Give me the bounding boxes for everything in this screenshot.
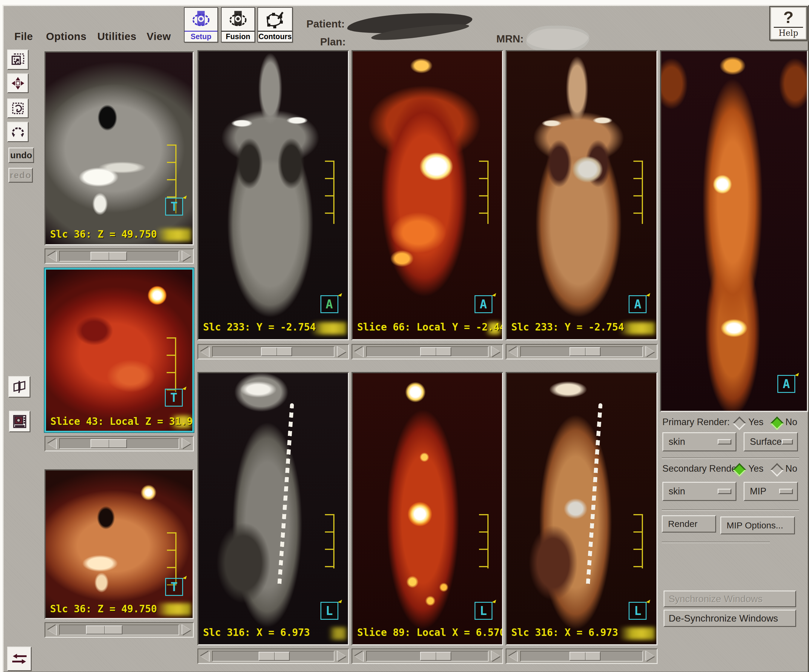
sagittal-pet-scrollbar[interactable] bbox=[351, 649, 503, 664]
zoom-window-button[interactable] bbox=[7, 50, 29, 70]
orientation-marker: L bbox=[321, 602, 338, 620]
menu-utilities[interactable]: Utilities bbox=[97, 30, 136, 42]
scroll-left-arrow[interactable] bbox=[48, 625, 56, 635]
rotate-3d-icon bbox=[11, 125, 25, 139]
scroll-left-arrow[interactable] bbox=[509, 651, 517, 661]
pan-arrows-icon bbox=[11, 76, 25, 90]
scroll-right-arrow[interactable] bbox=[182, 625, 191, 635]
scroll-left-arrow[interactable] bbox=[509, 347, 517, 357]
fusion-button[interactable]: Fusion bbox=[221, 7, 255, 42]
flip-views-button[interactable] bbox=[8, 376, 30, 398]
orientation-marker: L bbox=[629, 602, 646, 620]
scroll-trough[interactable] bbox=[59, 625, 179, 635]
scroll-trough[interactable] bbox=[59, 251, 179, 261]
scroll-thumb[interactable] bbox=[420, 347, 451, 356]
scroll-right-arrow[interactable] bbox=[337, 347, 346, 357]
coronal-pet-scrollbar[interactable] bbox=[351, 344, 503, 359]
scroll-right-arrow[interactable] bbox=[646, 347, 654, 357]
slice-label: Slice 43: Local Z = 31.915 (2) bbox=[50, 416, 194, 427]
scroll-trough[interactable] bbox=[520, 651, 643, 662]
secondary-yes-label[interactable]: Yes bbox=[749, 463, 764, 474]
undo-button[interactable]: undo bbox=[8, 147, 34, 163]
menu-options[interactable]: Options bbox=[46, 30, 87, 42]
secondary-mode-dropdown[interactable]: MIP bbox=[744, 482, 798, 501]
primary-no-label[interactable]: No bbox=[786, 417, 797, 427]
secondary-object-dropdown[interactable]: skin bbox=[662, 482, 737, 501]
scroll-thumb[interactable] bbox=[91, 252, 127, 261]
primary-no-radio[interactable] bbox=[770, 416, 784, 430]
axial-pet-scrollbar[interactable] bbox=[45, 436, 194, 451]
pan-button[interactable] bbox=[7, 74, 29, 93]
scroll-thumb[interactable] bbox=[261, 347, 292, 356]
help-button[interactable]: ? Help bbox=[769, 6, 807, 40]
slice-label: Slc 316: X = 6.973 bbox=[511, 627, 618, 638]
scroll-right-arrow[interactable] bbox=[182, 439, 191, 449]
scroll-left-arrow[interactable] bbox=[355, 651, 363, 661]
menu-file[interactable]: File bbox=[14, 30, 33, 42]
scroll-thumb[interactable] bbox=[258, 652, 290, 661]
menu-view[interactable]: View bbox=[147, 30, 171, 42]
mip-render-image[interactable] bbox=[661, 51, 807, 411]
label-streak bbox=[619, 322, 655, 335]
scroll-right-arrow[interactable] bbox=[646, 651, 654, 661]
sagittal-ct-scrollbar[interactable] bbox=[197, 649, 349, 664]
scroll-thumb[interactable] bbox=[91, 439, 127, 448]
rotate-slice-button[interactable] bbox=[7, 99, 29, 118]
setup-button[interactable]: Setup bbox=[184, 7, 218, 42]
scroll-trough[interactable] bbox=[212, 651, 334, 662]
primary-yes-label[interactable]: Yes bbox=[749, 417, 764, 427]
desynchronize-windows-button[interactable]: De-Synchronize Windows bbox=[663, 610, 796, 627]
scroll-right-arrow[interactable] bbox=[337, 651, 346, 661]
scroll-thumb[interactable] bbox=[569, 652, 601, 661]
orientation-marker: A bbox=[629, 295, 646, 313]
primary-object-dropdown[interactable]: skin bbox=[662, 432, 737, 451]
help-caption: Help bbox=[779, 28, 798, 38]
contours-icon bbox=[265, 9, 285, 31]
sagittal-fused-scrollbar[interactable] bbox=[505, 649, 658, 664]
swap-views-button[interactable] bbox=[7, 647, 32, 671]
slice-label: Slc 233: Y = -2.754 bbox=[203, 321, 316, 333]
render-button[interactable]: Render bbox=[662, 515, 716, 533]
secondary-render-label: Secondary Render: bbox=[662, 463, 742, 474]
primary-yes-radio[interactable] bbox=[733, 416, 746, 430]
scroll-thumb[interactable] bbox=[420, 652, 451, 661]
label-streak bbox=[311, 322, 346, 335]
scroll-left-arrow[interactable] bbox=[48, 439, 56, 449]
coronal-ct-scrollbar[interactable] bbox=[197, 344, 349, 359]
synchronize-windows-button[interactable]: Synchronize Windows bbox=[663, 590, 796, 607]
secondary-no-label[interactable]: No bbox=[786, 463, 797, 474]
slice-label: Slice 66: Local Y = -2.443 (2) bbox=[357, 321, 503, 333]
axial-fused-scrollbar[interactable] bbox=[45, 622, 194, 638]
scroll-trough[interactable] bbox=[366, 346, 488, 357]
label-streak bbox=[156, 229, 191, 241]
scroll-trough[interactable] bbox=[366, 651, 488, 662]
scroll-trough[interactable] bbox=[212, 346, 334, 357]
contours-button[interactable]: Contours bbox=[257, 7, 293, 42]
redo-button[interactable]: redo bbox=[8, 168, 33, 183]
scroll-left-arrow[interactable] bbox=[201, 651, 209, 661]
display-settings-button[interactable] bbox=[9, 411, 30, 432]
secondary-no-radio[interactable] bbox=[770, 463, 784, 476]
scroll-right-arrow[interactable] bbox=[492, 651, 500, 661]
scroll-thumb[interactable] bbox=[86, 625, 123, 634]
rotate-3d-button[interactable] bbox=[7, 122, 29, 142]
scroll-right-arrow[interactable] bbox=[182, 251, 191, 261]
axial-ct-scrollbar[interactable] bbox=[45, 248, 194, 264]
coronal-fused-scrollbar[interactable] bbox=[505, 344, 658, 359]
scroll-trough[interactable] bbox=[520, 346, 643, 357]
scroll-left-arrow[interactable] bbox=[48, 251, 56, 261]
sagittal-pet-viewport: L Slice 89: Local X = 6.570 (2) bbox=[351, 372, 503, 645]
mip-options-button[interactable]: MIP Options... bbox=[720, 516, 795, 535]
scroll-thumb[interactable] bbox=[569, 347, 601, 356]
orientation-marker: T bbox=[165, 198, 183, 216]
scroll-right-arrow[interactable] bbox=[492, 347, 500, 357]
scale-ruler bbox=[167, 337, 176, 392]
application-window: File Options Utilities View Setup Fusion… bbox=[0, 0, 809, 672]
scroll-left-arrow[interactable] bbox=[201, 347, 209, 357]
scroll-left-arrow[interactable] bbox=[355, 347, 363, 357]
primary-mode-dropdown[interactable]: Surface bbox=[744, 432, 798, 451]
scroll-trough[interactable] bbox=[59, 438, 179, 449]
scale-ruler bbox=[633, 161, 643, 224]
slice-label: Slc 316: X = 6.973 bbox=[203, 627, 310, 638]
question-mark-icon: ? bbox=[783, 9, 794, 26]
